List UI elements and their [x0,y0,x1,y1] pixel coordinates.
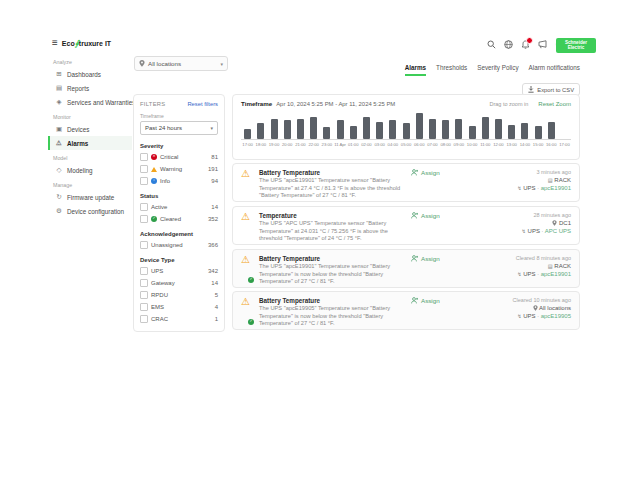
sidebar-item-devices[interactable]: ▣ Devices [48,122,132,136]
assign-button[interactable]: Assign [411,297,469,324]
filters-title: FILTERS [140,101,166,107]
chart-bar-slot [241,129,254,139]
device-link[interactable]: apcE19905 [541,313,571,319]
sidebar-item-firmware-update[interactable]: ↻ Firmware update [48,190,132,204]
chart-timeframe-range: Apr 10, 2024 5:25 PM - Apr 11, 2024 5:25… [276,101,395,107]
reset-zoom-link[interactable]: Reset Zoom [538,101,571,107]
location-selector[interactable]: All locations ▾ [134,56,228,71]
chart-bar-slot [373,122,386,139]
checkbox[interactable] [140,165,148,173]
checkbox[interactable] [140,303,148,311]
filter-option-active: Active 14 [140,203,218,211]
sidebar-section-manage: Manage [48,177,132,190]
assign-button[interactable]: Assign [411,212,469,239]
alarm-meta: Cleared 8 minutes ago ▤ RACK ↯ UPS · apc… [475,255,571,282]
filter-option-count: 1 [215,316,218,322]
chart-x-tick-label: 01:00 [347,142,360,147]
warning-triangle-icon: ⚠ [241,212,253,239]
filter-option-count: 94 [211,178,218,184]
filter-option-count: 191 [208,166,218,172]
notifications-icon[interactable] [520,39,531,50]
location-pin-icon [139,60,145,67]
assign-button[interactable]: Assign [411,169,469,196]
checkbox[interactable] [140,203,148,211]
sidebar-item-reports[interactable]: ▤ Reports [48,81,132,95]
filter-option-info: i Info 94 [140,177,218,185]
alarm-location: All locations [475,305,571,311]
assign-person-icon [411,169,418,176]
menu-hamburger-icon[interactable]: ≡ [52,38,58,48]
checkbox[interactable] [140,153,148,161]
whats-new-icon[interactable] [537,39,548,50]
alarm-card[interactable]: ⚠✓ Battery Temperature The UPS "apcE1990… [232,249,580,288]
alarm-card[interactable]: ⚠✓ Battery Temperature The UPS "apcE1990… [232,291,580,330]
search-icon[interactable] [486,39,497,50]
filter-option-label: Critical [160,154,178,160]
device-link[interactable]: apcE19901 [541,185,571,191]
chart-x-tick-label: 22:00 [307,142,320,147]
help-icon[interactable] [503,39,514,50]
chart-bar-slot [452,119,465,139]
alarm-card[interactable]: ⚠ Temperature The UPS "APC UPS" Temperat… [232,206,580,245]
filter-option-gateway: Gateway 14 [140,279,218,287]
alarm-main: Battery Temperature The UPS "apcE19901" … [259,169,405,196]
alarm-card[interactable]: ⚠ Battery Temperature The UPS "apcE19901… [232,163,580,202]
assign-label: Assign [421,169,440,176]
checkbox[interactable] [140,215,148,223]
filter-option-rpdu: RPDU 5 [140,291,218,299]
filter-option-label: EMS [151,304,164,310]
assign-person-icon [411,297,418,304]
chevron-down-icon: ▾ [210,125,213,131]
chart-bar-slot [479,117,492,139]
sidebar-item-services-warranties[interactable]: ◈ Services and Warranties [48,95,132,109]
filter-group-category: Category [140,331,218,332]
chart-bar [244,129,251,139]
checkbox[interactable] [140,177,148,185]
chart-bar [297,119,304,139]
chart-x-tick-label: 12:00 [492,142,505,147]
filter-option-label: UPS [151,268,163,274]
checkbox[interactable] [140,241,148,249]
alarm-frequency-chart-bars[interactable] [241,111,571,140]
sidebar-item-label: Devices [67,126,89,133]
timeframe-select[interactable]: Past 24 hours ▾ [140,121,218,135]
reset-filters-link[interactable]: Reset filters [187,101,218,107]
sidebar-item-device-configuration[interactable]: ⚙ Device configuration [48,204,132,218]
chart-bar [337,120,344,139]
checkbox[interactable] [140,267,148,275]
sidebar-section-analyze: Analyze [48,54,132,67]
filters-panel: FILTERS Reset filters Timeframe Past 24 … [133,94,225,332]
rack-icon: ▤ [548,177,553,183]
chart-bar [521,123,528,139]
filter-option-label: RPDU [151,292,168,298]
chart-bar-slot [333,120,346,139]
tab-alarm-notifications[interactable]: Alarm notifications [529,64,580,76]
tab-thresholds[interactable]: Thresholds [436,64,467,76]
checkbox[interactable] [140,291,148,299]
ups-icon: ↯ [517,185,521,191]
tab-alarms[interactable]: Alarms [405,64,426,76]
filter-option-critical: ✕ Critical 81 [140,153,218,161]
device-link[interactable]: apcE19901 [541,271,571,277]
alarm-title: Battery Temperature [259,255,405,262]
assign-button[interactable]: Assign [411,255,469,282]
chart-bar-slot [254,123,267,139]
checkbox[interactable] [140,315,148,323]
chart-bar [442,120,449,139]
device-link[interactable]: APC UPS [545,228,571,234]
alarm-description: The UPS "apcE19901" Temperature sensor "… [259,263,405,286]
chart-bar-slot [505,125,518,139]
chart-bar [535,126,542,139]
app-logo: ≡ Eco∮truxure IT [48,36,132,54]
assign-label: Assign [421,255,440,262]
checkbox[interactable] [140,279,148,287]
chart-bar [403,123,410,139]
warning-triangle-cleared-icon: ⚠✓ [241,297,253,324]
sidebar-item-alarms[interactable]: ⚠ Alarms [48,136,132,150]
location-pin-icon [552,220,557,226]
tab-severity-policy[interactable]: Severity Policy [477,64,518,76]
sidebar-item-dashboards[interactable]: ⊞ Dashboards [48,67,132,81]
warning-triangle-cleared-icon: ⚠✓ [241,255,253,282]
alarm-device: ↯ UPS · APC UPS [475,228,571,234]
sidebar-item-modeling[interactable]: ◇ Modeling [48,163,132,177]
